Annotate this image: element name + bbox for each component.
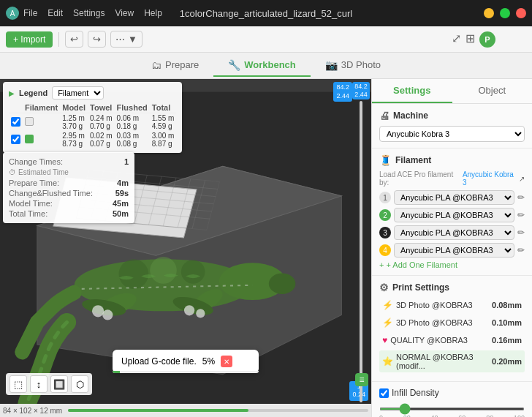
main-area: 84.2 2.44 ▶ Legend Filament Filament Mod…: [0, 79, 532, 417]
scroll-thumb: [68, 409, 248, 412]
model-size: 84 × 102 × 12 mm: [3, 407, 62, 415]
legend-title: Legend: [19, 89, 48, 97]
top-layer-badge: 84.2 2.44: [352, 82, 370, 99]
ace-brand-link[interactable]: Anycubic Kobra 3: [463, 170, 517, 187]
filament-icon: 🧵: [379, 154, 392, 166]
menu-edit[interactable]: Edit: [48, 8, 63, 18]
svg-point-23: [181, 260, 205, 284]
estimated-label: Estimated Time: [18, 168, 69, 176]
import-button[interactable]: + Import: [6, 31, 53, 48]
filament-3-select[interactable]: Anycubic PLA @KOBRA3: [394, 225, 514, 240]
panel-tab-settings[interactable]: Settings: [372, 79, 452, 103]
svg-point-29: [102, 309, 113, 320]
filament-4-edit[interactable]: ✏: [517, 245, 525, 255]
view-btn-1[interactable]: ⬚: [10, 375, 27, 393]
tab-prepare-label: Prepare: [165, 59, 199, 70]
3dphoto-icon: 📷: [325, 59, 338, 71]
window-controls: [484, 8, 526, 18]
filament-4-select[interactable]: Anycubic PLA @KOBRA3: [394, 243, 514, 258]
add-filament-label: + Add One Filament: [386, 260, 457, 269]
print-setting-row-2[interactable]: ⚡ 3D Photo @KOBRA3 0.10mm: [379, 315, 525, 330]
user-avatar[interactable]: P: [479, 31, 495, 48]
right-panel: Settings Object 🖨 Machine Anycubic Kobra…: [371, 79, 532, 417]
minimize-button[interactable]: [484, 8, 494, 18]
menu-settings[interactable]: Settings: [73, 8, 104, 18]
view-btn-2[interactable]: ↕: [30, 375, 48, 393]
titlebar-left: A File Edit Settings View Help: [6, 7, 162, 20]
print-setting-row-3[interactable]: ♥ QUALITY @KOBRA3 0.16mm: [379, 333, 525, 348]
filament-3-edit[interactable]: ✏: [517, 228, 525, 238]
filament-2-checkbox[interactable]: [11, 135, 20, 144]
add-filament-button[interactable]: + + Add One Filament: [379, 260, 525, 269]
grid-icon[interactable]: ⊞: [466, 31, 475, 48]
layer-slider[interactable]: 84.2 2.44: [354, 82, 368, 402]
upload-percent: 5%: [202, 356, 215, 367]
undo-button[interactable]: ↩: [65, 31, 83, 48]
filament-2-edit[interactable]: ✏: [517, 210, 525, 220]
filament-1-select[interactable]: Anycubic PLA @KOBRA3: [394, 190, 514, 205]
toolbar-divider: [58, 32, 59, 47]
tab-prepare[interactable]: 🗂 Prepare: [137, 55, 213, 77]
filament-1-edit[interactable]: ✏: [517, 192, 525, 203]
tab-workbench[interactable]: 🔧 Workbench: [213, 55, 311, 77]
svg-point-22: [150, 257, 177, 284]
upload-close-button[interactable]: ✕: [221, 356, 232, 367]
print-setting-row-4[interactable]: ⭐ NORMAL @KOBRA3 (modif... 0.20mm: [379, 350, 525, 372]
titlebar: A File Edit Settings View Help 1colorCha…: [0, 0, 532, 26]
legend-triangle: ▶: [9, 89, 15, 97]
total-time-val: 50m: [113, 209, 129, 218]
print-settings-section: ⚙ Print Settings ⚡ 3D Photo @KOBRA3 0.08…: [372, 276, 532, 382]
tab-3dphoto-label: 3D Photo: [341, 59, 381, 70]
legend-type-select[interactable]: Filament: [52, 86, 104, 99]
machine-icon: 🖨: [379, 110, 390, 121]
infill-section: Infill Density 020406080100: [372, 382, 532, 417]
infill-slider[interactable]: [379, 407, 525, 410]
scroll-track[interactable]: [68, 409, 368, 412]
layers-icon[interactable]: ≡: [355, 373, 368, 386]
panel-tab-object[interactable]: Object: [452, 79, 533, 103]
view-btn-3[interactable]: 🔲: [50, 375, 68, 393]
viewport[interactable]: 84.2 2.44 ▶ Legend Filament Filament Mod…: [0, 79, 371, 417]
setting-2-val: 0.10mm: [492, 318, 522, 327]
tab-bar: 🗂 Prepare 🔧 Workbench 📷 3D Photo ⤢ ⊞ P: [0, 53, 532, 79]
machine-section: 🖨 Machine Anycubic Kobra 3: [372, 104, 532, 149]
svg-point-28: [92, 305, 104, 317]
setting-1-val: 0.08mm: [492, 301, 522, 309]
filament-num-4: 4: [379, 244, 391, 256]
bottom-scrollbar[interactable]: 84 × 102 × 12 mm: [0, 404, 371, 417]
setting-4-name: NORMAL @KOBRA3 (modif...: [396, 353, 489, 370]
menu-help[interactable]: Help: [144, 8, 162, 18]
workbench-icon: 🔧: [228, 59, 240, 71]
filament-2-select[interactable]: Anycubic PLA @KOBRA3: [394, 208, 514, 222]
model-time-label: Model Time:: [9, 199, 53, 208]
add-filament-icon: +: [379, 260, 384, 269]
more-tools-button[interactable]: ⋯ ▼: [110, 31, 142, 48]
tab-workbench-label: Workbench: [244, 59, 296, 70]
filament-1-checkbox[interactable]: [11, 117, 20, 127]
change-flushed-val: 59s: [115, 189, 129, 198]
svg-point-31: [196, 309, 205, 318]
setting-2-name: 3D Photo @KOBRA3: [396, 318, 489, 327]
redo-button[interactable]: ↪: [88, 31, 106, 48]
print-setting-row-1[interactable]: ⚡ 3D Photo @KOBRA3 0.08mm: [379, 298, 525, 312]
upload-text: Upload G-code file.: [121, 356, 197, 367]
change-times-val: 1: [124, 157, 129, 166]
machine-label: Machine: [393, 110, 428, 121]
menu-file[interactable]: File: [23, 8, 37, 18]
svg-point-21: [119, 259, 149, 289]
tab-3dphoto[interactable]: 📷 3D Photo: [311, 55, 395, 77]
filament-row-4: 4 Anycubic PLA @KOBRA3 ✏: [379, 243, 525, 258]
upload-progress-bar: Upload G-code file. 5% ✕: [113, 350, 259, 373]
infill-checkbox[interactable]: [379, 388, 389, 398]
infill-label: Infill Density: [379, 388, 525, 398]
view-btn-4[interactable]: ⬡: [71, 375, 88, 393]
maximize-button[interactable]: [500, 8, 510, 18]
expand-icon[interactable]: ⤢: [452, 31, 461, 48]
menu-view[interactable]: View: [115, 8, 134, 18]
setting-3-name: QUALITY @KOBRA3: [390, 336, 489, 345]
filament-row-1: 1 Anycubic PLA @KOBRA3 ✏: [379, 190, 525, 205]
layer-slider-track[interactable]: [360, 101, 362, 402]
filament-section: 🧵 Filament Load ACE Pro filament by: Any…: [372, 149, 532, 276]
machine-select[interactable]: Anycubic Kobra 3: [379, 126, 525, 142]
close-button[interactable]: [516, 8, 526, 18]
